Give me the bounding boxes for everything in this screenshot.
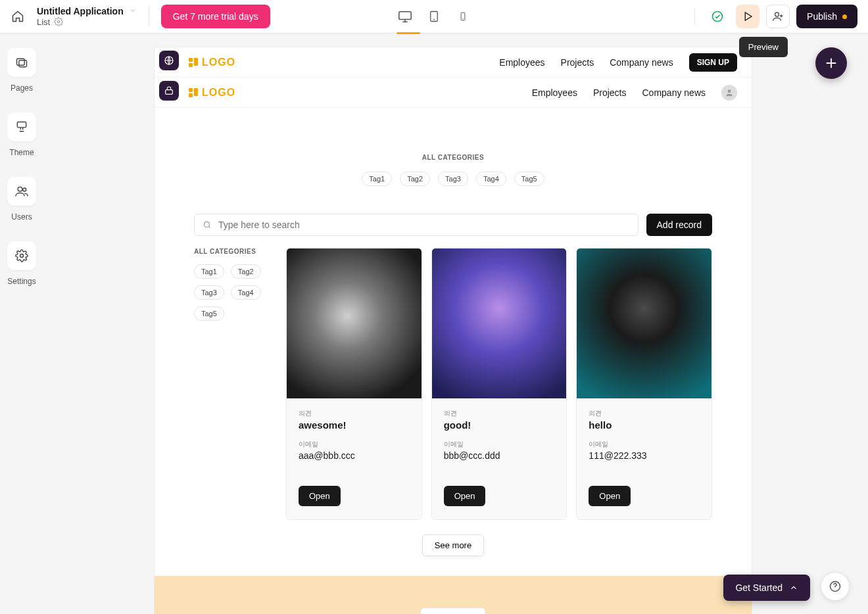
check-circle-icon <box>711 10 724 23</box>
onclick-chip[interactable]: ON CLICK <box>420 607 485 614</box>
users-icon <box>15 185 28 198</box>
all-categories-label: ALL CATEGORIES <box>155 154 752 161</box>
logo-glyph-icon <box>189 58 198 67</box>
help-button[interactable] <box>821 572 850 601</box>
nav-row-public: LOGO Employees Projects Company news SIG… <box>155 47 752 78</box>
mode-chips <box>159 51 179 101</box>
tag[interactable]: Tag4 <box>231 285 261 300</box>
see-more-button[interactable]: See more <box>422 534 484 556</box>
card-body: 의견 hello 이메일 111@222.333 Open <box>577 398 711 519</box>
sidebar-item-pages[interactable]: Pages <box>7 48 36 93</box>
settings-icon <box>15 249 28 262</box>
app-sub-row[interactable]: List <box>37 17 137 28</box>
sidebar-label: Settings <box>7 277 36 286</box>
desktop-icon <box>398 9 412 24</box>
opinion-label: 의견 <box>444 409 555 418</box>
tag[interactable]: Tag3 <box>438 172 468 186</box>
email-value: aaa@bbb.ccc <box>299 450 410 461</box>
sidebar-label: Pages <box>11 83 33 93</box>
svg-point-15 <box>204 222 209 227</box>
home-button[interactable] <box>11 9 25 24</box>
canvas-wrap: LOGO Employees Projects Company news SIG… <box>43 34 868 614</box>
globe-icon <box>164 55 174 66</box>
card[interactable]: 의견 hello 이메일 111@222.333 Open <box>576 248 712 520</box>
sidebar-tile <box>7 241 36 270</box>
publish-button[interactable]: Publish <box>796 5 857 28</box>
device-switcher <box>398 9 470 24</box>
all-categories-label: ALL CATEGORIES <box>194 248 273 255</box>
tag[interactable]: Tag3 <box>194 285 224 300</box>
tag[interactable]: Tag1 <box>194 264 224 279</box>
nav-link-employees[interactable]: Employees <box>532 87 577 98</box>
sidebar-item-users[interactable]: Users <box>7 177 36 222</box>
chevron-down-icon <box>129 7 137 16</box>
separator <box>694 8 695 25</box>
svg-point-5 <box>775 12 779 16</box>
preview-tooltip: Preview <box>739 37 788 57</box>
nav-links: Employees Projects Company news <box>532 85 737 101</box>
logo-text: LOGO <box>202 57 235 68</box>
app-title-row[interactable]: Untitled Application <box>37 6 137 17</box>
add-record-button[interactable]: Add record <box>646 214 712 236</box>
public-mode-chip[interactable] <box>159 51 179 70</box>
private-mode-chip[interactable] <box>159 81 179 101</box>
open-button[interactable]: Open <box>444 486 486 506</box>
open-button[interactable]: Open <box>589 486 631 506</box>
tag[interactable]: Tag2 <box>231 264 261 279</box>
nav-link-company-news[interactable]: Company news <box>610 57 673 68</box>
device-mobile-button[interactable] <box>456 9 470 24</box>
card[interactable]: 의견 awesome! 이메일 aaa@bbb.ccc Open <box>286 248 422 520</box>
content-row: ALL CATEGORIES Tag1 Tag2 Tag3 Tag4 Tag5 … <box>155 236 752 520</box>
logo-text: LOGO <box>202 87 235 99</box>
opinion-value: hello <box>589 419 700 431</box>
tag[interactable]: Tag5 <box>514 172 544 186</box>
opinion-label: 의견 <box>299 409 410 418</box>
nav-link-projects[interactable]: Projects <box>593 87 627 98</box>
logo[interactable]: LOGO <box>189 87 235 99</box>
nav-link-company-news[interactable]: Company news <box>642 87 706 98</box>
open-button[interactable]: Open <box>299 486 341 506</box>
svg-point-9 <box>18 187 22 191</box>
card-image <box>432 248 567 398</box>
logo-glyph-icon <box>189 88 198 97</box>
svg-point-4 <box>713 12 723 22</box>
card-body: 의견 awesome! 이메일 aaa@bbb.ccc Open <box>287 398 422 519</box>
canvas[interactable]: LOGO Employees Projects Company news SIG… <box>154 47 752 614</box>
tag[interactable]: Tag4 <box>476 172 506 186</box>
card[interactable]: 의견 good! 이메일 bbb@ccc.ddd Open <box>431 248 567 520</box>
logo[interactable]: LOGO <box>189 57 235 68</box>
add-fab[interactable] <box>815 47 847 79</box>
tag[interactable]: Tag2 <box>400 172 430 186</box>
see-more-row: See more <box>155 520 752 576</box>
status-ok-button[interactable] <box>706 5 729 28</box>
publish-label: Publish <box>807 11 837 22</box>
sidebar-item-settings[interactable]: Settings <box>7 241 36 286</box>
device-desktop-button[interactable] <box>398 9 412 24</box>
cards: 의견 awesome! 이메일 aaa@bbb.ccc Open 의견 good… <box>286 248 712 520</box>
nav-link-employees[interactable]: Employees <box>499 57 544 68</box>
search-icon <box>203 220 212 229</box>
preview-button[interactable] <box>736 5 760 28</box>
nav-link-projects[interactable]: Projects <box>561 57 594 68</box>
device-tablet-button[interactable] <box>427 9 441 24</box>
avatar[interactable] <box>721 85 737 101</box>
invite-user-button[interactable] <box>766 5 790 28</box>
search-input[interactable] <box>218 220 630 230</box>
user-icon <box>725 88 734 97</box>
app-title-block: Untitled Application List <box>37 6 137 27</box>
search-box[interactable] <box>194 214 639 236</box>
topbar-right: Publish <box>694 5 857 28</box>
signup-button[interactable]: SIGN UP <box>689 53 737 72</box>
publish-status-dot <box>842 14 847 19</box>
svg-rect-3 <box>461 12 465 20</box>
tag[interactable]: Tag1 <box>362 172 392 186</box>
home-icon <box>11 10 24 23</box>
card-image <box>287 248 422 398</box>
lock-icon <box>164 85 174 96</box>
email-label: 이메일 <box>589 440 700 449</box>
tag[interactable]: Tag5 <box>194 306 224 321</box>
plus-icon <box>824 56 838 70</box>
sidebar-item-theme[interactable]: Theme <box>7 112 36 157</box>
get-started-button[interactable]: Get Started <box>723 575 810 601</box>
trial-button[interactable]: Get 7 more trial days <box>161 5 270 28</box>
